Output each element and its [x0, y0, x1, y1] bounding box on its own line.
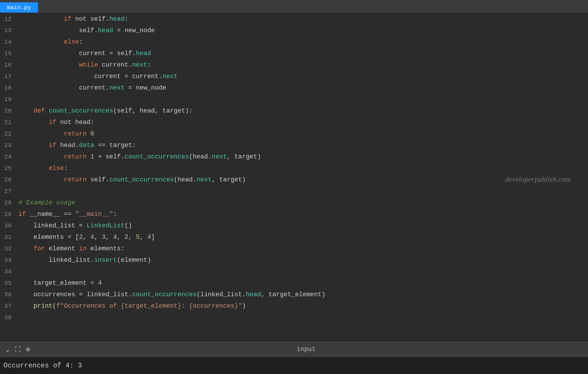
line-code: else:: [18, 38, 83, 46]
code-line: 37 print(f"Occurrences of {target_elemen…: [0, 300, 588, 312]
line-number: 37: [2, 303, 18, 309]
line-number: 24: [2, 154, 18, 160]
line-code: if __name__ == "__main__":: [18, 211, 117, 218]
code-line: 16 while current.next:: [0, 59, 588, 71]
line-code: # Example usage: [18, 199, 75, 206]
code-line: 25 else:: [0, 162, 588, 174]
line-code: if not head:: [18, 119, 94, 126]
line-number: 29: [2, 211, 18, 218]
line-code: occurrences = linked_list.count_occurren…: [18, 291, 325, 298]
line-number: 33: [2, 257, 18, 263]
line-code: while current.next:: [18, 61, 151, 69]
line-code: self.head = new_node: [18, 27, 155, 34]
code-line: 29if __name__ == "__main__":: [0, 208, 588, 220]
code-line: 18 current.next = new_node: [0, 82, 588, 94]
code-line: 32 for element in elements:: [0, 243, 588, 254]
line-code: def count_occurrences(self, head, target…: [18, 107, 193, 115]
line-number: 36: [2, 291, 18, 298]
code-line: 12 if not self.head:: [0, 13, 588, 25]
tab-bar: main.py: [0, 0, 588, 13]
line-code: return self.count_occurrences(head.next,…: [18, 176, 246, 183]
line-number: 28: [2, 199, 18, 206]
line-number: 34: [2, 268, 18, 275]
status-icons: ⌄ ⛶ ⚙: [6, 346, 30, 353]
code-line: 30 linked_list = LinkedList(): [0, 220, 588, 231]
line-code: current = current.next: [18, 73, 178, 80]
tab-filename: main.py: [7, 4, 31, 11]
line-number: 17: [2, 73, 18, 80]
file-tab[interactable]: main.py: [0, 2, 38, 13]
code-line: 14 else:: [0, 36, 588, 48]
code-line: 21 if not head:: [0, 117, 588, 128]
line-code: if not self.head:: [18, 15, 128, 23]
settings-icon[interactable]: ⚙: [26, 346, 30, 353]
code-line: 36 occurrences = linked_list.count_occur…: [0, 289, 588, 300]
code-line: 24 return 1 + self.count_occurrences(hea…: [0, 151, 588, 162]
line-code: print(f"Occurrences of {target_element}:…: [18, 303, 246, 310]
line-number: 12: [2, 16, 18, 22]
code-line: 19: [0, 94, 588, 105]
code-line: 22 return 0: [0, 128, 588, 139]
line-code: else:: [18, 165, 68, 172]
line-number: 26: [2, 177, 18, 183]
line-number: 30: [2, 222, 18, 229]
line-number: 19: [2, 96, 18, 103]
code-line: 17 current = current.next: [0, 71, 588, 82]
line-number: 15: [2, 50, 18, 57]
line-number: 14: [2, 39, 18, 45]
code-area: 12 if not self.head:13 self.head = new_n…: [0, 13, 588, 342]
line-number: 27: [2, 188, 18, 195]
code-line: 33 linked_list.insert(element): [0, 254, 588, 266]
output-bar: Occurrences of 4: 3: [0, 357, 588, 374]
chevron-down-icon[interactable]: ⌄: [6, 346, 9, 353]
line-number: 32: [2, 245, 18, 252]
code-line: 26 return self.count_occurrences(head.ne…: [0, 174, 588, 185]
line-number: 18: [2, 85, 18, 91]
status-label: input: [30, 346, 583, 353]
output-text: Occurrences of 4: 3: [3, 362, 82, 369]
line-number: 20: [2, 108, 18, 114]
code-line: 27: [0, 185, 588, 197]
line-code: return 0: [18, 130, 94, 137]
line-number: 31: [2, 234, 18, 241]
line-number: 16: [2, 62, 18, 68]
code-line: 28# Example usage: [0, 197, 588, 208]
code-lines: 12 if not self.head:13 self.head = new_n…: [0, 13, 588, 342]
code-line: 23 if head.data == target:: [0, 139, 588, 151]
code-line: 31 elements = [2, 4, 3, 4, 2, 5, 4]: [0, 231, 588, 243]
line-number: 38: [2, 314, 18, 321]
line-number: 35: [2, 280, 18, 286]
line-code: return 1 + self.count_occurrences(head.n…: [18, 153, 261, 160]
code-line: 20 def count_occurrences(self, head, tar…: [0, 105, 588, 117]
code-line: 13 self.head = new_node: [0, 25, 588, 36]
line-number: 13: [2, 27, 18, 34]
line-code: elements = [2, 4, 3, 4, 2, 5, 4]: [18, 234, 155, 241]
line-code: if head.data == target:: [18, 142, 136, 149]
code-line: 34: [0, 266, 588, 277]
line-number: 21: [2, 119, 18, 126]
line-code: target_element = 4: [18, 280, 102, 287]
line-number: 23: [2, 142, 18, 149]
status-bar: ⌄ ⛶ ⚙ input: [0, 342, 588, 357]
expand-icon[interactable]: ⛶: [15, 346, 21, 353]
line-code: current = self.head: [18, 50, 151, 57]
code-line: 15 current = self.head: [0, 48, 588, 59]
line-number: 22: [2, 131, 18, 137]
line-number: 25: [2, 165, 18, 172]
line-code: for element in elements:: [18, 245, 125, 252]
line-code: linked_list = LinkedList(): [18, 222, 132, 229]
line-code: current.next = new_node: [18, 84, 166, 92]
code-line: 35 target_element = 4: [0, 277, 588, 289]
line-code: linked_list.insert(element): [18, 257, 151, 264]
code-line: 38: [0, 312, 588, 323]
